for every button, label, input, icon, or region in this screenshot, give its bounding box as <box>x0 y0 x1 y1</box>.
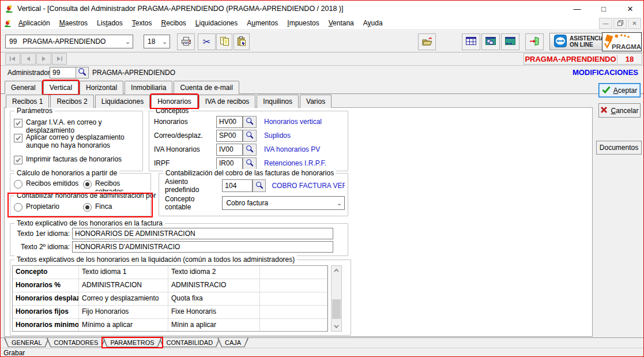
concepto-honorarios-code-input[interactable]: HV00 <box>216 116 243 128</box>
cascade-windows-button[interactable] <box>481 33 500 50</box>
administrator-row: Administrador: 99 PRAGMA-APRENDIENDO MOD… <box>1 66 643 80</box>
check-imprimir-facturas-label: Imprimir facturas de honorarios <box>26 155 122 163</box>
documentos-button[interactable]: Documentos <box>596 141 642 155</box>
tab-general[interactable]: General <box>5 81 42 94</box>
assistance-online-button[interactable]: ASISTENCIA ON LINE <box>549 33 609 50</box>
maximize-button[interactable]: □ <box>590 1 617 17</box>
status-bar: Grabar <box>1 348 643 357</box>
concepto-contable-combobox[interactable]: Cobro factura ⌄ <box>222 196 345 210</box>
administrator-search-button[interactable] <box>76 67 89 78</box>
concepto-irpf-code-input[interactable]: IR00 <box>216 157 243 170</box>
minimize-button[interactable]: — <box>564 1 590 17</box>
exit-button[interactable] <box>525 33 544 50</box>
radio-recibos-emitidos-label: Recibos emitidos <box>26 179 78 187</box>
concepto-correo-search-button[interactable] <box>243 130 257 142</box>
check-imprimir-facturas[interactable]: Imprimir facturas de honorarios <box>14 155 137 164</box>
texto-idioma1-input[interactable]: HONORARIOS DE ADMINISTRACION <box>72 228 333 239</box>
administrator-combobox[interactable]: 99 PRAGMA-APRENDIENDO ⌄ <box>5 35 133 48</box>
menu-ayuda[interactable]: Ayuda <box>359 18 387 28</box>
tab-varios[interactable]: Varios <box>300 95 332 108</box>
status-text: Grabar <box>3 349 25 357</box>
scrollbar-thumb[interactable] <box>332 299 341 319</box>
table-row[interactable]: Honorarios desplazamie Correo y desplaza… <box>13 292 327 306</box>
menu-ventana[interactable]: Ventana <box>324 18 359 28</box>
open-folder-icon <box>421 36 433 48</box>
asiento-code-input[interactable]: 104 <box>222 179 253 192</box>
tab-horizontal[interactable]: Horizontal <box>80 81 123 94</box>
table-row[interactable]: Honorarios fijos Fijo Honorarios Fixe Ho… <box>13 306 327 319</box>
menu-liquidaciones[interactable]: Liquidaciones <box>191 18 242 28</box>
sheet-tab-caja[interactable]: CAJA <box>217 338 248 347</box>
menu-aumentos[interactable]: Aumentos <box>242 18 283 28</box>
tab-honorarios[interactable]: Honorarios <box>151 95 198 108</box>
menu-aplicacion[interactable]: Aplicación <box>14 18 55 28</box>
tab-recibos-2[interactable]: Recibos 2 <box>50 95 93 108</box>
tab-inquilinos[interactable]: Inquilinos <box>257 95 299 108</box>
scroll-down-icon[interactable] <box>332 322 341 331</box>
tab-recibos-1[interactable]: Recibos 1 <box>6 95 49 108</box>
menu-maestros[interactable]: Maestros <box>55 18 92 28</box>
concepto-irpf-search-button[interactable] <box>243 157 257 170</box>
copy-button[interactable] <box>216 33 232 50</box>
check-aplicar-correo[interactable]: Aplicar correo y desplazamiento aunque n… <box>14 133 137 149</box>
concepto-iva-search-button[interactable] <box>243 144 257 156</box>
concepto-iva-code-input[interactable]: IV00 <box>216 144 243 156</box>
mdi-close-button[interactable]: ✕ <box>628 18 641 29</box>
toolbar: 99 PRAGMA-APRENDIENDO ⌄ 18 ⌄ ✂ <box>1 30 643 52</box>
radio-selected-icon <box>83 180 92 189</box>
open-folder-button[interactable] <box>418 33 436 50</box>
texto-idioma2-input[interactable]: HONORARIS D'ADMINISTRACIO <box>72 241 333 253</box>
calculo-legend: Cálculo de honorarios a partir de <box>14 169 119 177</box>
sheet-tab-general[interactable]: GENERAL <box>4 338 50 347</box>
cell-concepto: Honorarios desplazamie <box>13 292 79 305</box>
tab-vertical[interactable]: Vertical <box>43 81 78 94</box>
administrator-code-input[interactable]: 99 <box>50 67 76 78</box>
asiento-search-button[interactable] <box>253 179 266 192</box>
radio-recibos-emitidos[interactable]: Recibos emitidos <box>14 179 78 189</box>
menu-impuestos[interactable]: Impuestos <box>283 18 323 28</box>
cell-idioma1: Mínimo a aplicar <box>79 319 168 332</box>
nav-last-button[interactable] <box>52 53 67 65</box>
tab-inmobiliaria[interactable]: Inmobiliaria <box>125 81 172 94</box>
tab-liquidaciones[interactable]: Liquidaciones <box>95 95 150 108</box>
paste-button[interactable] <box>234 33 250 50</box>
menu-recibos[interactable]: Recibos <box>156 18 190 28</box>
tab-iva-de-recibos[interactable]: IVA de recibos <box>199 95 256 108</box>
cut-button[interactable]: ✂ <box>198 33 216 50</box>
asiento-row: Asiento predefinido 104 COBRO FACTURA VE… <box>165 180 345 191</box>
table-row[interactable]: Honorarios % ADMINISTRACION ADMINISTRACI… <box>13 279 327 292</box>
concepto-correo-code-input[interactable]: SP00 <box>216 130 243 142</box>
tile-windows-button[interactable] <box>462 33 480 50</box>
assistance-label: ASISTENCIA ON LINE <box>570 35 605 48</box>
menu-listados[interactable]: Listados <box>92 18 127 28</box>
window-title: Vertical - [Consulta del Administrador P… <box>17 5 343 13</box>
nav-previous-button[interactable] <box>21 53 36 65</box>
cell-idioma2: Quota fixa <box>168 292 260 305</box>
nav-next-button[interactable] <box>36 53 51 65</box>
concepto-honorarios-search-button[interactable] <box>243 116 257 128</box>
table-vertical-scrollbar[interactable] <box>331 265 342 332</box>
teamviewer-icon <box>554 35 567 49</box>
tab-cuenta-email[interactable]: Cuenta de e-mail <box>174 81 239 94</box>
aceptar-button[interactable]: Aceptar <box>598 83 641 97</box>
sheet-tab-parametros[interactable]: PARAMETROS <box>103 338 161 347</box>
close-button[interactable]: ✕ <box>617 1 643 17</box>
menu-textos[interactable]: Textos <box>127 18 157 28</box>
magnifier-icon <box>246 145 254 155</box>
sheet-tab-contadores[interactable]: CONTADORES <box>47 338 106 347</box>
year-combobox[interactable]: 18 ⌄ <box>144 35 170 48</box>
modifications-link[interactable]: MODIFICACIONES <box>573 68 638 77</box>
scroll-up-icon[interactable] <box>332 266 341 275</box>
texto-idioma1-label: Texto 1er idioma: <box>12 230 72 238</box>
minimize-all-button[interactable] <box>501 33 519 50</box>
mdi-minimize-button[interactable]: — <box>599 18 612 29</box>
concepto-iva-row: IVA Honorarios IV00 IVA honorarios PV <box>154 144 344 155</box>
print-button[interactable] <box>177 33 195 50</box>
scissors-icon: ✂ <box>203 37 210 47</box>
nav-first-button[interactable] <box>5 53 20 65</box>
mdi-restore-button[interactable] <box>613 18 627 29</box>
table-row[interactable]: Honorarios minimos Mínimo a aplicar Míni… <box>13 319 327 332</box>
check-cargar-iva[interactable]: Cargar I.V.A. en correo y desplazamiento <box>14 118 137 134</box>
sheet-tab-contabilidad[interactable]: CONTABILIDAD <box>159 338 220 347</box>
cancelar-button[interactable]: Cancelar <box>598 103 641 118</box>
